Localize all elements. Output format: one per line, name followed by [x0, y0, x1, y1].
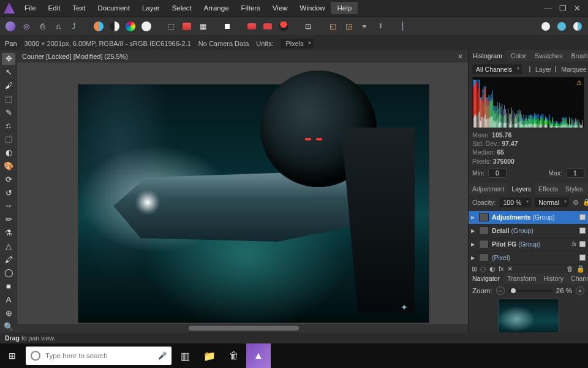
sharpen-tool[interactable]: △ [2, 240, 15, 252]
selection-new-icon[interactable]: ⬚ [164, 20, 178, 33]
menu-document[interactable]: Document [91, 2, 135, 14]
tab-swatches[interactable]: Swatches [530, 50, 567, 61]
tab-transform[interactable]: Transform [503, 273, 540, 284]
menu-window[interactable]: Window [294, 2, 331, 14]
tab-histogram[interactable]: Histogram [469, 50, 507, 61]
smudge-tool[interactable]: 🖍 [2, 253, 15, 266]
recycle-button[interactable]: 🗑 [222, 343, 246, 368]
quickmask-icon[interactable] [221, 20, 234, 33]
snapping-icon[interactable] [277, 20, 290, 33]
opacity-select[interactable]: 100 % [500, 197, 532, 207]
menu-arrange[interactable]: Arrange [198, 2, 235, 14]
layer-row[interactable]: ▶Adjustments (Group) [469, 211, 588, 224]
layer-visibility-checkbox[interactable] [579, 241, 586, 247]
layer-expand-icon[interactable]: ▶ [471, 215, 476, 220]
tab-styles[interactable]: Styles [562, 183, 587, 194]
layer-expand-icon[interactable]: ▶ [471, 242, 476, 247]
lock-icon[interactable]: 🔒 [576, 265, 585, 273]
layer-visibility-checkbox[interactable] [579, 228, 586, 234]
grid-red-icon[interactable] [245, 20, 258, 33]
delete-layer-icon[interactable]: ✕ [507, 265, 513, 273]
arrange-front-icon[interactable]: ◲ [342, 20, 355, 33]
menu-filters[interactable]: Filters [235, 2, 266, 14]
move-tool[interactable]: ↖ [2, 66, 15, 79]
assistant-split-icon[interactable] [571, 20, 584, 33]
fx-icon[interactable]: fx [499, 265, 504, 272]
layer-settings-icon[interactable]: ⚙ [573, 199, 579, 206]
blend-mode-select[interactable]: Normal [535, 197, 569, 207]
histogram-max-input[interactable] [566, 168, 584, 178]
canvas-viewport[interactable]: ✦ [17, 63, 468, 324]
menu-layer[interactable]: Layer [136, 2, 166, 14]
align-left-icon[interactable]: ▏ [398, 20, 412, 33]
tab-brushes[interactable]: Brushes [567, 50, 588, 61]
softproof-icon[interactable] [140, 20, 153, 33]
pencil-tool[interactable]: ✎ [2, 106, 15, 118]
zoom-out-button[interactable]: − [496, 286, 505, 295]
window-close-button[interactable]: ✕ [574, 4, 581, 13]
clone-tool[interactable]: ⟳ [2, 173, 15, 185]
text-tool[interactable]: A [2, 294, 15, 306]
selection-add-icon[interactable] [180, 20, 194, 33]
paint-brush-tool[interactable]: 🖌 [2, 80, 15, 92]
live-filter-icon[interactable]: ◐ [489, 265, 496, 273]
arrange-back-icon[interactable]: ◱ [326, 20, 339, 33]
document-tab-close-icon[interactable]: ✕ [458, 53, 463, 61]
healing-tool[interactable]: ↺ [2, 186, 15, 199]
contrast-icon[interactable] [108, 20, 121, 33]
liquify-tool[interactable]: ⚗ [2, 227, 15, 239]
assistant-blue-icon[interactable] [555, 20, 568, 33]
layer-row[interactable]: ▶Pilot FG (Group)fx [469, 238, 588, 251]
menu-file[interactable]: File [18, 2, 42, 14]
tab-history[interactable]: History [540, 273, 567, 284]
persona-export-icon[interactable]: ⤴ [67, 20, 81, 33]
tab-channels[interactable]: Channels [567, 273, 588, 284]
window-minimize-button[interactable]: — [544, 4, 552, 13]
layer-visibility-checkbox[interactable] [579, 255, 586, 261]
edit-tool[interactable]: ✏ [2, 213, 15, 226]
document-tab[interactable]: Courier [Locked] [Modified] (25.5%) ✕ [17, 50, 468, 63]
distribute-icon[interactable]: ⫴ [374, 20, 387, 33]
layer-fx-icon[interactable]: fx [572, 241, 576, 247]
adjustment-icon[interactable]: ◌ [480, 265, 486, 273]
color-format-icon[interactable] [92, 20, 105, 33]
color-wheel-icon[interactable] [124, 20, 137, 33]
mask-layer-icon[interactable]: ⊞ [472, 265, 477, 273]
tab-effects[interactable]: Effects [535, 183, 562, 194]
menu-view[interactable]: View [266, 2, 294, 14]
zoom-in-button[interactable]: + [576, 286, 584, 295]
persona-develop-icon[interactable]: ⎙ [36, 20, 49, 33]
persona-photo-icon[interactable] [4, 20, 17, 33]
window-maximize-button[interactable]: ❐ [559, 4, 567, 13]
histogram-channel-select[interactable]: All Channels [472, 64, 522, 74]
taskview-button[interactable]: ▥ [173, 343, 197, 368]
menu-edit[interactable]: Edit [42, 2, 67, 14]
menu-help[interactable]: Help [331, 2, 358, 14]
color-tool[interactable]: 🎨 [2, 160, 15, 172]
mic-icon[interactable]: 🎤 [158, 351, 167, 360]
pan-tool[interactable]: ✥ [2, 53, 15, 65]
dodge-tool[interactable]: ◐ [2, 147, 15, 159]
histogram-layer-checkbox[interactable] [529, 66, 530, 72]
app-taskbar-button[interactable]: ▲ [246, 343, 271, 368]
grid-blue-icon[interactable] [261, 20, 274, 33]
units-select[interactable]: Pixels [281, 39, 313, 48]
layer-row[interactable]: ▶Detail (Group) [469, 224, 588, 238]
horizontal-scrollbar[interactable] [17, 324, 468, 332]
layer-row[interactable]: ▶ (Pixel) [469, 251, 588, 265]
align-icon[interactable]: ≡ [358, 20, 371, 33]
layer-lock-icon[interactable]: 🔒 [582, 198, 588, 206]
add-tool[interactable]: ⊕ [2, 307, 15, 319]
taskbar-search[interactable]: Type here to search 🎤 [26, 347, 172, 365]
histogram-min-input[interactable] [488, 168, 507, 178]
patch-tool[interactable]: ⎃ [2, 200, 15, 212]
trash-icon[interactable]: 🗑 [567, 265, 573, 272]
start-button[interactable]: ⊞ [0, 343, 24, 368]
zoom-slider[interactable] [508, 289, 552, 292]
menu-select[interactable]: Select [166, 2, 198, 14]
histogram-marquee-checkbox[interactable] [555, 66, 556, 72]
selection-intersect-icon[interactable]: ▦ [196, 20, 209, 33]
menu-text[interactable]: Text [66, 2, 91, 14]
crop-toolbar-icon[interactable]: ⊡ [301, 20, 315, 33]
persona-liquify-icon[interactable]: ◎ [20, 20, 33, 33]
